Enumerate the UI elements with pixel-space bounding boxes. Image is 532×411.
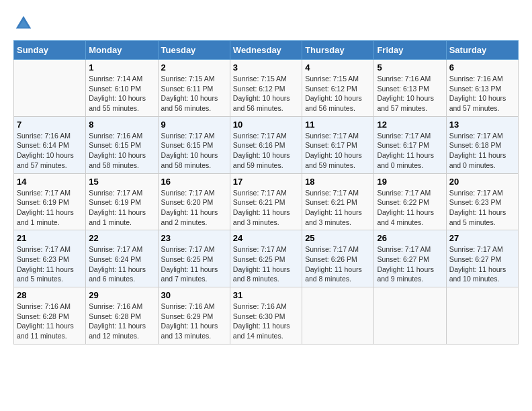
day-number: 21 [17, 233, 83, 243]
calendar-cell: 19Sunrise: 7:17 AM Sunset: 6:22 PM Dayli… [374, 173, 446, 230]
day-info: Sunrise: 7:15 AM Sunset: 6:11 PM Dayligh… [161, 74, 227, 113]
day-header-saturday: Saturday [446, 41, 518, 60]
day-info: Sunrise: 7:17 AM Sunset: 6:23 PM Dayligh… [449, 188, 515, 228]
logo-icon [13, 13, 34, 34]
day-header-friday: Friday [374, 41, 446, 60]
calendar-cell: 11Sunrise: 7:17 AM Sunset: 6:17 PM Dayli… [302, 116, 374, 173]
calendar-cell: 9Sunrise: 7:17 AM Sunset: 6:15 PM Daylig… [158, 116, 230, 173]
day-info: Sunrise: 7:16 AM Sunset: 6:14 PM Dayligh… [17, 131, 83, 171]
day-number: 25 [305, 233, 371, 243]
day-number: 3 [233, 62, 299, 73]
day-number: 2 [161, 62, 227, 73]
calendar-cell: 30Sunrise: 7:16 AM Sunset: 6:29 PM Dayli… [158, 287, 230, 345]
calendar-cell: 27Sunrise: 7:17 AM Sunset: 6:27 PM Dayli… [446, 230, 518, 287]
calendar-cell: 26Sunrise: 7:17 AM Sunset: 6:27 PM Dayli… [374, 230, 446, 287]
day-info: Sunrise: 7:16 AM Sunset: 6:13 PM Dayligh… [377, 74, 443, 113]
calendar-cell [302, 287, 374, 345]
day-info: Sunrise: 7:17 AM Sunset: 6:19 PM Dayligh… [17, 188, 83, 228]
day-number: 11 [305, 120, 371, 130]
day-header-sunday: Sunday [14, 41, 86, 60]
day-number: 24 [233, 233, 299, 243]
day-number: 17 [233, 177, 299, 187]
calendar-cell: 22Sunrise: 7:17 AM Sunset: 6:24 PM Dayli… [86, 230, 158, 287]
day-number: 9 [161, 120, 227, 130]
day-info: Sunrise: 7:17 AM Sunset: 6:17 PM Dayligh… [305, 131, 371, 171]
day-info: Sunrise: 7:17 AM Sunset: 6:25 PM Dayligh… [161, 244, 227, 284]
day-number: 28 [17, 290, 83, 300]
day-info: Sunrise: 7:17 AM Sunset: 6:23 PM Dayligh… [17, 244, 83, 284]
day-number: 15 [89, 177, 154, 187]
calendar-table: SundayMondayTuesdayWednesdayThursdayFrid… [13, 40, 519, 345]
day-number: 8 [89, 120, 154, 130]
day-info: Sunrise: 7:16 AM Sunset: 6:30 PM Dayligh… [233, 302, 299, 341]
calendar-cell: 18Sunrise: 7:17 AM Sunset: 6:21 PM Dayli… [302, 173, 374, 230]
day-info: Sunrise: 7:16 AM Sunset: 6:15 PM Dayligh… [89, 131, 154, 171]
day-info: Sunrise: 7:17 AM Sunset: 6:19 PM Dayligh… [89, 188, 154, 228]
day-info: Sunrise: 7:17 AM Sunset: 6:21 PM Dayligh… [233, 188, 299, 228]
day-info: Sunrise: 7:17 AM Sunset: 6:21 PM Dayligh… [305, 188, 371, 228]
day-info: Sunrise: 7:17 AM Sunset: 6:20 PM Dayligh… [161, 188, 227, 228]
calendar-week-row: 21Sunrise: 7:17 AM Sunset: 6:23 PM Dayli… [14, 230, 519, 287]
day-number: 12 [377, 120, 443, 130]
calendar-cell: 16Sunrise: 7:17 AM Sunset: 6:20 PM Dayli… [158, 173, 230, 230]
calendar-week-row: 28Sunrise: 7:16 AM Sunset: 6:28 PM Dayli… [14, 287, 519, 345]
calendar-cell: 14Sunrise: 7:17 AM Sunset: 6:19 PM Dayli… [14, 173, 86, 230]
day-info: Sunrise: 7:17 AM Sunset: 6:27 PM Dayligh… [449, 244, 515, 284]
day-header-thursday: Thursday [302, 41, 374, 60]
day-number: 18 [305, 177, 371, 187]
calendar-cell: 15Sunrise: 7:17 AM Sunset: 6:19 PM Dayli… [86, 173, 158, 230]
day-number: 4 [305, 62, 371, 73]
day-number: 16 [161, 177, 227, 187]
calendar-cell [446, 287, 518, 345]
calendar-cell [14, 60, 86, 117]
calendar-header-row: SundayMondayTuesdayWednesdayThursdayFrid… [14, 41, 519, 60]
calendar-cell: 23Sunrise: 7:17 AM Sunset: 6:25 PM Dayli… [158, 230, 230, 287]
calendar-cell: 4Sunrise: 7:15 AM Sunset: 6:12 PM Daylig… [302, 60, 374, 117]
page-header [13, 13, 519, 34]
day-info: Sunrise: 7:17 AM Sunset: 6:18 PM Dayligh… [449, 131, 515, 171]
day-number: 14 [17, 177, 83, 187]
calendar-week-row: 14Sunrise: 7:17 AM Sunset: 6:19 PM Dayli… [14, 173, 519, 230]
calendar-cell: 7Sunrise: 7:16 AM Sunset: 6:14 PM Daylig… [14, 116, 86, 173]
day-header-monday: Monday [86, 41, 158, 60]
calendar-cell: 13Sunrise: 7:17 AM Sunset: 6:18 PM Dayli… [446, 116, 518, 173]
day-info: Sunrise: 7:17 AM Sunset: 6:15 PM Dayligh… [161, 131, 227, 171]
calendar-body: 1Sunrise: 7:14 AM Sunset: 6:10 PM Daylig… [14, 60, 519, 345]
day-number: 30 [161, 290, 227, 300]
day-number: 1 [89, 62, 154, 73]
day-info: Sunrise: 7:17 AM Sunset: 6:26 PM Dayligh… [305, 244, 371, 284]
day-number: 5 [377, 62, 443, 73]
calendar-cell: 8Sunrise: 7:16 AM Sunset: 6:15 PM Daylig… [86, 116, 158, 173]
day-number: 26 [377, 233, 443, 243]
calendar-cell: 20Sunrise: 7:17 AM Sunset: 6:23 PM Dayli… [446, 173, 518, 230]
day-number: 27 [449, 233, 515, 243]
day-header-tuesday: Tuesday [158, 41, 230, 60]
calendar-cell: 10Sunrise: 7:17 AM Sunset: 6:16 PM Dayli… [230, 116, 302, 173]
calendar-cell: 29Sunrise: 7:16 AM Sunset: 6:28 PM Dayli… [86, 287, 158, 345]
calendar-cell: 28Sunrise: 7:16 AM Sunset: 6:28 PM Dayli… [14, 287, 86, 345]
calendar-week-row: 7Sunrise: 7:16 AM Sunset: 6:14 PM Daylig… [14, 116, 519, 173]
day-number: 19 [377, 177, 443, 187]
day-info: Sunrise: 7:17 AM Sunset: 6:25 PM Dayligh… [233, 244, 299, 284]
day-header-wednesday: Wednesday [230, 41, 302, 60]
day-number: 7 [17, 120, 83, 130]
calendar-cell: 12Sunrise: 7:17 AM Sunset: 6:17 PM Dayli… [374, 116, 446, 173]
day-number: 10 [233, 120, 299, 130]
day-info: Sunrise: 7:16 AM Sunset: 6:13 PM Dayligh… [449, 74, 515, 113]
day-number: 13 [449, 120, 515, 130]
calendar-cell: 1Sunrise: 7:14 AM Sunset: 6:10 PM Daylig… [86, 60, 158, 117]
calendar-cell: 5Sunrise: 7:16 AM Sunset: 6:13 PM Daylig… [374, 60, 446, 117]
day-info: Sunrise: 7:14 AM Sunset: 6:10 PM Dayligh… [89, 74, 154, 113]
calendar-cell: 21Sunrise: 7:17 AM Sunset: 6:23 PM Dayli… [14, 230, 86, 287]
calendar-cell: 17Sunrise: 7:17 AM Sunset: 6:21 PM Dayli… [230, 173, 302, 230]
day-number: 22 [89, 233, 154, 243]
calendar-cell: 6Sunrise: 7:16 AM Sunset: 6:13 PM Daylig… [446, 60, 518, 117]
day-number: 29 [89, 290, 154, 300]
day-info: Sunrise: 7:17 AM Sunset: 6:16 PM Dayligh… [233, 131, 299, 171]
day-info: Sunrise: 7:15 AM Sunset: 6:12 PM Dayligh… [233, 74, 299, 113]
day-number: 20 [449, 177, 515, 187]
calendar-cell: 31Sunrise: 7:16 AM Sunset: 6:30 PM Dayli… [230, 287, 302, 345]
calendar-week-row: 1Sunrise: 7:14 AM Sunset: 6:10 PM Daylig… [14, 60, 519, 117]
day-info: Sunrise: 7:17 AM Sunset: 6:22 PM Dayligh… [377, 188, 443, 228]
calendar-cell: 2Sunrise: 7:15 AM Sunset: 6:11 PM Daylig… [158, 60, 230, 117]
